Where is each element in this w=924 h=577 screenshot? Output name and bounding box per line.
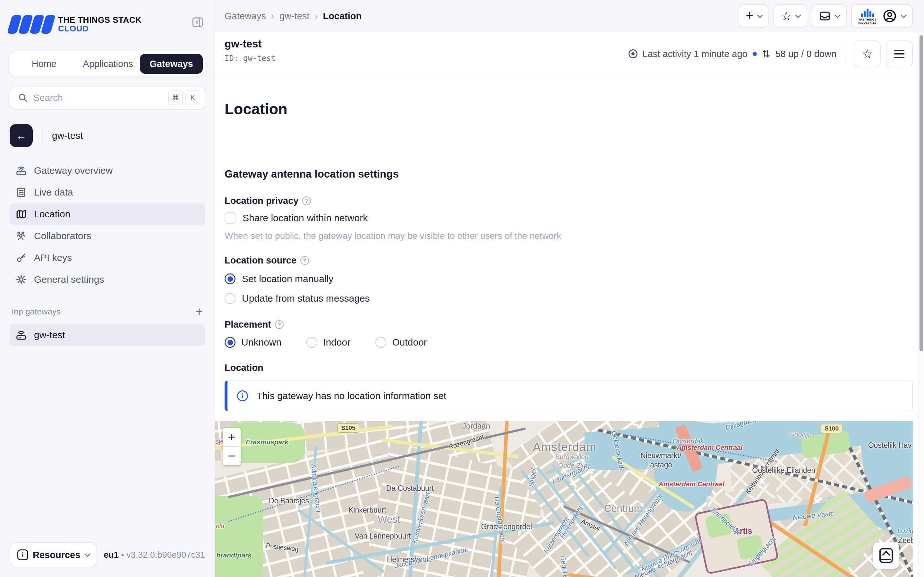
sidebar-item-general-settings[interactable]: General settings bbox=[10, 269, 205, 290]
chevron-down-icon bbox=[901, 12, 906, 18]
map-label-admiralengracht: Admiralengracht bbox=[310, 463, 322, 513]
map-label-singelgracht: Singelgracht bbox=[746, 535, 777, 568]
map-label-nieuwe-vaart: Nieuwe Vaart bbox=[792, 510, 833, 522]
chevron-down-icon bbox=[85, 551, 90, 557]
breadcrumb: Gateways › gw-test › Location bbox=[225, 0, 362, 32]
entity-id: ID: gw-test bbox=[225, 54, 276, 63]
help-icon[interactable]: ? bbox=[302, 197, 311, 205]
sidebar-item-gateway-overview[interactable]: Gateway overview bbox=[10, 160, 205, 181]
map-label-amsterdam: Amsterdam bbox=[533, 440, 596, 454]
bookmark-gateway-button[interactable]: ☆ bbox=[854, 40, 881, 67]
inbox-icon bbox=[819, 10, 831, 22]
breadcrumb-gateways[interactable]: Gateways bbox=[225, 11, 266, 21]
radio-label: Update from status messages bbox=[242, 293, 370, 304]
help-icon[interactable]: ? bbox=[300, 256, 309, 265]
resources-button[interactable]: i Resources bbox=[10, 542, 97, 567]
cluster-id: eu1 bbox=[103, 550, 119, 560]
sidebar-item-location[interactable]: Location bbox=[10, 203, 205, 225]
map-label-geldersekade: Geldersekade bbox=[610, 430, 626, 473]
radio-placement-outdoor[interactable] bbox=[375, 337, 386, 348]
scrollbar-thumb[interactable] bbox=[919, 35, 923, 351]
map[interactable]: ErasmusparksjesS105JordaanRozengrachtAms… bbox=[214, 421, 913, 577]
top-bar: Gateways › gw-test › Location + ☆ bbox=[215, 0, 924, 32]
notifications-button[interactable] bbox=[812, 4, 846, 28]
map-label-burgwallen: Burgwallen bbox=[555, 453, 588, 461]
menu-icon bbox=[894, 50, 905, 58]
share-location-checkbox[interactable] bbox=[225, 212, 236, 224]
notice-text: This gateway has no location information… bbox=[256, 390, 446, 401]
help-icon[interactable]: ? bbox=[275, 320, 284, 329]
plus-icon: + bbox=[746, 8, 754, 23]
sidebar-item-label: Collaborators bbox=[34, 230, 91, 242]
placement-label: Placement ? bbox=[225, 319, 284, 330]
tab-home[interactable]: Home bbox=[12, 54, 76, 74]
search-input[interactable] bbox=[33, 93, 166, 103]
radio-placement-indoor[interactable] bbox=[306, 337, 317, 348]
map-attribution-icon bbox=[879, 548, 893, 563]
map-label-kostverlorenvaart: Kostverlorenvaart bbox=[410, 492, 431, 544]
activity-icon bbox=[628, 49, 638, 58]
breadcrumb-gw-test[interactable]: gw-test bbox=[279, 11, 309, 21]
map-label-grachtengordel: Grachtengordel bbox=[481, 522, 532, 531]
key-icon bbox=[15, 252, 27, 263]
page-scrollbar[interactable] bbox=[918, 32, 924, 577]
tab-applications[interactable]: Applications bbox=[76, 54, 140, 74]
no-location-notice: i This gateway has no location informati… bbox=[225, 380, 913, 411]
add-gateway-button[interactable]: + bbox=[193, 305, 205, 319]
map-label-de-baarsjes: De Baarsjes bbox=[269, 496, 309, 505]
map-label-s100: S100 bbox=[821, 424, 843, 434]
map-label-nieuwe-achtergracht: Nieuwe Achtergracht bbox=[633, 549, 693, 577]
back-button[interactable]: ← bbox=[10, 124, 33, 147]
add-entity-button[interactable]: + bbox=[738, 4, 769, 28]
account-menu-button[interactable]: THE THINGS INDUSTRIES bbox=[851, 4, 913, 28]
back-arrow-icon: ← bbox=[16, 129, 27, 142]
sidebar-item-collaborators[interactable]: Collaborators bbox=[10, 225, 205, 247]
star-icon: ☆ bbox=[780, 9, 792, 23]
star-icon: ☆ bbox=[862, 47, 873, 61]
sidebar-item-gw-test[interactable]: gw-test bbox=[10, 324, 205, 346]
chevron-down-icon bbox=[835, 12, 841, 18]
map-label-oostelijk-hav: Oostelijk Hav bbox=[868, 441, 911, 450]
section-title: Gateway antenna location settings bbox=[225, 168, 399, 180]
map-label-singel: Singel bbox=[527, 468, 538, 488]
map-label-reguliersgracht: Reguliersgracht bbox=[559, 555, 573, 577]
kbd-cmd: ⌘ bbox=[168, 90, 183, 105]
sidebar-item-api-keys[interactable]: API keys bbox=[10, 247, 205, 269]
traffic-counter: 58 up / 0 down bbox=[775, 49, 837, 59]
info-icon: i bbox=[237, 390, 248, 401]
breadcrumb-current: Location bbox=[323, 11, 362, 21]
radio-placement-unknown[interactable] bbox=[225, 337, 236, 348]
sidebar-item-label: gw-test bbox=[34, 330, 65, 340]
cluster-version: eu1 • v3.32.0.b96e907c31 bbox=[103, 550, 205, 560]
sidebar-item-live-data[interactable]: Live data bbox=[10, 181, 205, 203]
sidebar: THE THINGS STACK CLOUD Home Applications… bbox=[0, 0, 215, 577]
zoom-in-button[interactable]: + bbox=[223, 428, 241, 446]
map-label-s105: S105 bbox=[337, 423, 359, 433]
location-source-label: Location source ? bbox=[225, 255, 309, 266]
sidebar-collapse-icon[interactable] bbox=[190, 15, 205, 29]
tab-gateways[interactable]: Gateways bbox=[140, 54, 203, 74]
map-label-van-lennepbuurt: Van Lennepbuurt bbox=[355, 532, 411, 540]
entity-menu-button[interactable] bbox=[886, 40, 913, 67]
divider bbox=[42, 126, 43, 145]
kbd-k: K bbox=[186, 90, 200, 105]
map-attribution-button[interactable] bbox=[873, 542, 899, 569]
breadcrumb-separator: › bbox=[271, 11, 274, 21]
gateway-icon bbox=[15, 329, 27, 341]
map-label-nieuwmarkt-: Nieuwmarkt/ bbox=[640, 451, 682, 460]
radio-update-from-status[interactable] bbox=[225, 293, 236, 304]
zoom-out-button[interactable]: − bbox=[223, 447, 241, 465]
radio-label: Set location manually bbox=[242, 274, 333, 284]
things-industries-bars-icon bbox=[861, 8, 874, 17]
map-label-amstel: Amstel bbox=[580, 517, 601, 533]
location-privacy-label: Location privacy ? bbox=[225, 195, 311, 206]
bookmarks-button[interactable]: ☆ bbox=[774, 4, 807, 28]
things-stack-logo-icon bbox=[10, 15, 53, 34]
location-section-label: Location bbox=[225, 363, 263, 373]
last-activity-text: Last activity 1 minute ago bbox=[643, 49, 748, 59]
map-label-centrum: Centrum bbox=[604, 503, 642, 514]
map-zoom-control: + − bbox=[223, 428, 241, 465]
map-label-west: West bbox=[378, 514, 400, 525]
sidebar-item-label: Location bbox=[34, 209, 70, 219]
radio-set-location-manually[interactable] bbox=[225, 274, 236, 284]
